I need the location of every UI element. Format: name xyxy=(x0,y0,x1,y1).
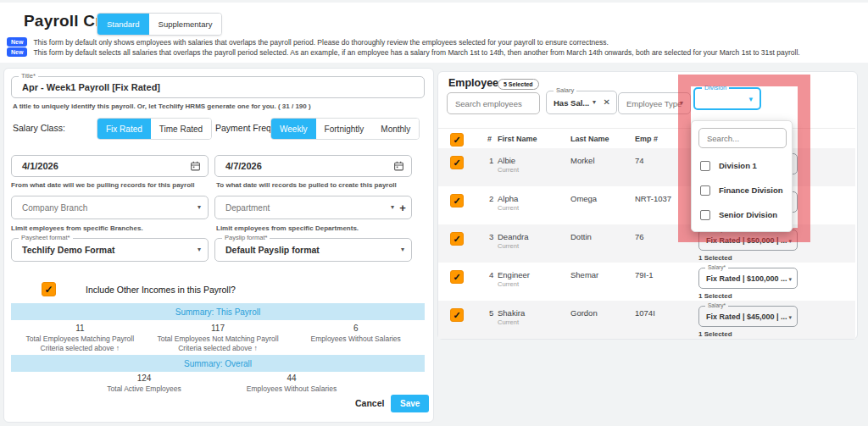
col-header-emp-no: Emp # xyxy=(635,135,658,143)
date-to-helper: To what date will records be pulled to c… xyxy=(216,181,397,189)
date-to-value: 4/7/2026 xyxy=(225,161,262,171)
calendar-icon[interactable] xyxy=(393,161,404,172)
dropdown-arrow-icon: ▾ xyxy=(198,204,201,211)
division-option-label: Division 1 xyxy=(719,161,757,170)
table-row[interactable]: ✓ 1 Albie Current Morkel 74 xyxy=(438,148,855,186)
division-dropdown-panel: Division 1 Finance Division Senior Divis… xyxy=(691,120,793,232)
row-index: 5 xyxy=(489,308,493,318)
tab-supplementary[interactable]: Supplementary xyxy=(149,14,222,35)
row-emp-no: 76 xyxy=(635,232,644,241)
row-salary-select[interactable]: Salary* Fix Rated | $45,000 | ... ▾ xyxy=(698,306,798,327)
division-option[interactable]: Senior Division xyxy=(692,202,792,227)
title-label: Title* xyxy=(19,72,38,80)
new-badge: New xyxy=(7,37,27,47)
clear-filter-icon[interactable]: ✕ xyxy=(604,98,610,107)
row-status: Current xyxy=(498,280,519,288)
notice-text: This form by default only shows employee… xyxy=(33,38,608,47)
row-checkbox[interactable]: ✓ xyxy=(450,156,464,169)
division-search-input[interactable] xyxy=(698,128,787,148)
check-icon: ✓ xyxy=(453,158,460,169)
division-option[interactable]: Finance Division xyxy=(692,178,792,202)
tab-standard[interactable]: Standard xyxy=(97,14,149,35)
employees-table: ✓ # First Name Last Name Emp # ✓ 1 Albie… xyxy=(438,128,855,129)
stat-overall-without-salaries: 44 Employees Without Salaries xyxy=(218,373,365,394)
table-row[interactable]: ✓ 4 Engineer Current Shemar 79I-1 Salary… xyxy=(438,263,855,301)
table-row[interactable]: ✓ 3 Deandra Current Dottin 76 Salary* Fi… xyxy=(438,224,855,263)
company-branch-select[interactable]: Company Branch ▾ xyxy=(11,196,209,219)
checkbox-unchecked-icon[interactable] xyxy=(700,161,710,171)
row-index: 2 xyxy=(489,194,493,203)
division-option-label: Senior Division xyxy=(719,210,777,219)
row-salary-value: Fix Rated | $50,000 | ... xyxy=(706,236,787,245)
row-salary-select[interactable]: Salary* Fix Rated | $50,000 | ... ▾ xyxy=(698,230,798,251)
salary-class-time-rated[interactable]: Time Rated xyxy=(151,119,211,139)
summary-overall-stats: 124 Total Active Employees 44 Employees … xyxy=(11,373,425,394)
table-row[interactable]: ✓ 5 Shakira Current Gordon 1074I Salary*… xyxy=(438,301,855,339)
row-checkbox[interactable]: ✓ xyxy=(450,308,464,322)
row-emp-no: 1074I xyxy=(635,308,655,318)
add-department-icon[interactable]: + xyxy=(396,202,409,214)
row-first-name: Albie xyxy=(498,156,515,165)
date-to-input[interactable]: 4/7/2026 xyxy=(214,155,412,177)
row-checkbox[interactable]: ✓ xyxy=(450,270,464,284)
calendar-icon[interactable] xyxy=(190,161,201,172)
check-icon: ✓ xyxy=(44,284,53,296)
payslip-format-select[interactable]: Payslip format* Default Payslip format ▾ xyxy=(214,238,412,262)
check-icon: ✓ xyxy=(453,196,460,207)
company-branch-helper: Limit employees from specific Branches. xyxy=(11,224,143,232)
row-first-name: Deandra xyxy=(498,232,528,241)
select-all-checkbox[interactable]: ✓ xyxy=(450,133,464,147)
row-index: 4 xyxy=(489,270,493,279)
employees-title: Employees xyxy=(448,77,504,89)
department-select[interactable]: Department ▾ + xyxy=(214,196,412,219)
row-salary-label: Salary* xyxy=(705,302,728,309)
frequency-weekly[interactable]: Weekly xyxy=(271,119,316,139)
dropdown-arrow-icon: ▾ xyxy=(748,95,753,102)
row-selected-count: 1 Selected xyxy=(698,254,732,262)
frequency-fortnightly[interactable]: Fortnightly xyxy=(316,119,373,139)
employee-search-input[interactable] xyxy=(447,92,540,114)
summary-overall-bar: Summary: Overall xyxy=(11,355,425,372)
include-other-incomes-label: Include Other Incomes in this Payroll? xyxy=(86,285,236,295)
title-value: Apr - Week1 Payroll [Fix Rated] xyxy=(22,82,160,92)
check-icon: ✓ xyxy=(453,234,460,245)
date-from-input[interactable]: 4/1/2026 xyxy=(11,155,209,177)
dropdown-arrow-icon: ▾ xyxy=(680,100,683,107)
row-salary-value: Fix Rated | $45,000 | ... xyxy=(706,313,787,321)
check-icon: ✓ xyxy=(453,272,460,283)
paysheet-format-select[interactable]: Paysheet format* Techlify Demo Format ▾ xyxy=(11,238,209,262)
salary-class-fix-rated[interactable]: Fix Rated xyxy=(97,119,151,139)
salary-class-label: Salary Class: xyxy=(13,123,65,133)
row-first-name: Shakira xyxy=(498,308,525,318)
row-emp-no: NRT-1037 xyxy=(635,194,671,203)
date-from-value: 4/1/2026 xyxy=(22,161,58,171)
row-checkbox[interactable]: ✓ xyxy=(450,232,464,246)
row-last-name: Gordon xyxy=(570,308,598,318)
include-other-incomes-checkbox[interactable]: ✓ xyxy=(42,282,56,296)
checkbox-unchecked-icon[interactable] xyxy=(700,185,710,196)
notice-text: This form by default selects all salarie… xyxy=(33,48,799,57)
division-option[interactable]: Division 1 xyxy=(692,153,792,178)
selected-count-badge: 5 Selected xyxy=(498,79,539,90)
employee-type-select[interactable]: Employee Type ▾ xyxy=(618,92,691,114)
frequency-monthly[interactable]: Monthly xyxy=(372,119,419,139)
dropdown-arrow-icon: ▾ xyxy=(198,246,201,253)
row-checkbox[interactable]: ✓ xyxy=(450,194,464,207)
row-last-name: Morkel xyxy=(570,156,595,165)
division-filter-select[interactable]: Division ▾ xyxy=(693,87,761,110)
notice-line: New This form by default only shows empl… xyxy=(7,37,609,47)
save-button[interactable]: Save xyxy=(391,395,429,412)
title-input[interactable]: Title* Apr - Week1 Payroll [Fix Rated] xyxy=(11,76,425,98)
checkbox-unchecked-icon[interactable] xyxy=(700,210,710,220)
row-first-name: Alpha xyxy=(498,194,518,203)
check-icon: ✓ xyxy=(453,310,460,321)
cancel-button[interactable]: Cancel xyxy=(350,397,389,409)
salary-filter-select[interactable]: Salary Has Sal... ▾ ✕ xyxy=(546,91,617,114)
salary-filter-label: Salary xyxy=(554,86,576,95)
row-index: 1 xyxy=(489,156,493,165)
row-salary-select[interactable]: Salary* Fix Rated | $100,000 ... ▾ xyxy=(698,268,798,289)
col-header-index: # xyxy=(487,135,492,143)
row-index: 3 xyxy=(489,232,493,241)
company-branch-placeholder: Company Branch xyxy=(22,203,87,213)
table-row[interactable]: ✓ 2 Alpha Current Omega NRT-1037 xyxy=(438,186,855,224)
